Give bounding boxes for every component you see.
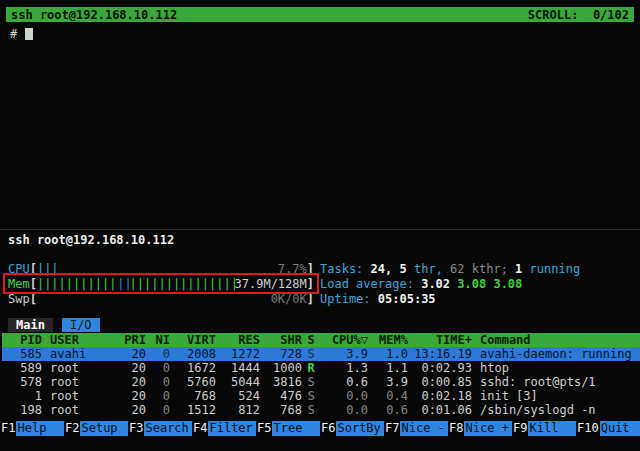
column-header-res[interactable]: RES bbox=[216, 333, 260, 347]
cell-mem: 0.6 bbox=[368, 403, 408, 417]
fkey-setup[interactable]: F2Setup bbox=[64, 421, 128, 436]
process-row[interactable]: 1 root 20 0 768 524 476 S 0.0 0.4 0:02.1… bbox=[2, 389, 640, 403]
bracket-open: [ bbox=[30, 292, 37, 306]
column-header-mem[interactable]: MEM% bbox=[368, 333, 408, 347]
cell-command: /sbin/syslogd -n bbox=[472, 403, 640, 417]
bottom-pane-title: ssh root@192.168.10.112 bbox=[8, 233, 174, 247]
cell-ni: 0 bbox=[146, 375, 170, 389]
cpu-meter-ticks: ||| bbox=[37, 262, 59, 276]
process-row[interactable]: 578 root 20 0 5760 5044 3816 S 0.6 3.9 0… bbox=[2, 375, 640, 389]
column-header-virt[interactable]: VIRT bbox=[170, 333, 216, 347]
cell-virt: 2008 bbox=[170, 347, 216, 361]
cell-state: S bbox=[302, 403, 320, 417]
column-header-pid[interactable]: PID bbox=[2, 333, 42, 347]
cell-shr: 728 bbox=[260, 347, 302, 361]
bracket-open: [ bbox=[30, 277, 37, 291]
fkey-nice-minus[interactable]: F7Nice - bbox=[384, 421, 448, 436]
fkey-label: Help bbox=[16, 421, 64, 436]
cell-pid: 1 bbox=[2, 389, 42, 403]
cell-state: R bbox=[302, 361, 320, 375]
fkey-tree[interactable]: F5Tree bbox=[256, 421, 320, 436]
fkey-label: Quit bbox=[600, 421, 640, 436]
cell-cpu: 3.9 bbox=[320, 347, 368, 361]
fkey-label: SortBy bbox=[336, 421, 384, 436]
column-header-pri[interactable]: PRI bbox=[116, 333, 146, 347]
process-table-header: PID USER PRI NI VIRT RES SHR S CPU%▽ MEM… bbox=[2, 333, 640, 347]
prompt-symbol: # bbox=[10, 27, 17, 41]
cell-virt: 768 bbox=[170, 389, 216, 403]
column-header-ni[interactable]: NI bbox=[146, 333, 170, 347]
load-average-label: Load average: bbox=[320, 277, 421, 291]
fkey-number: F1 bbox=[0, 421, 16, 436]
column-header-time[interactable]: TIME+ bbox=[408, 333, 472, 347]
mem-meter-label: Mem bbox=[8, 277, 30, 291]
tab-io[interactable]: I/O bbox=[62, 318, 100, 332]
fkey-kill[interactable]: F9Kill bbox=[512, 421, 576, 436]
tasks-count: 24, bbox=[371, 262, 400, 276]
fkey-number: F3 bbox=[128, 421, 144, 436]
load-average: Load average: 3.02 3.08 3.08 bbox=[320, 277, 522, 291]
scroll-indicator: SCROLL: 0/102 bbox=[528, 8, 629, 22]
mem-meter: Mem[||||||||||||||||||||||||||||||||37.9… bbox=[8, 277, 314, 291]
top-pane-title-bar: ssh root@192.168.10.112 SCROLL: 0/102 bbox=[6, 7, 634, 22]
cell-state: S bbox=[302, 347, 320, 361]
load-1min: 3.02 bbox=[421, 277, 457, 291]
bracket-close: ] bbox=[307, 277, 314, 291]
cell-res: 812 bbox=[216, 403, 260, 417]
cell-cpu: 0.0 bbox=[320, 389, 368, 403]
cell-mem: 1.0 bbox=[368, 347, 408, 361]
htop-tab-bar: Main I/O bbox=[8, 318, 100, 332]
cell-mem: 0.4 bbox=[368, 389, 408, 403]
cell-time: 0:02.18 bbox=[408, 389, 472, 403]
mem-meter-value: 37.9M/128M bbox=[235, 277, 307, 291]
column-header-state[interactable]: S bbox=[302, 333, 320, 347]
column-header-cpu-sort[interactable]: CPU%▽ bbox=[320, 333, 368, 347]
fkey-number: F8 bbox=[448, 421, 464, 436]
column-header-command[interactable]: Command bbox=[472, 333, 640, 347]
process-row-selected[interactable]: 585 avahi 20 0 2008 1272 728 S 3.9 1.0 1… bbox=[2, 347, 640, 361]
thread-label: thr, bbox=[407, 262, 450, 276]
cell-cpu: 0.6 bbox=[320, 375, 368, 389]
column-header-shr[interactable]: SHR bbox=[260, 333, 302, 347]
cell-time: 13:16.19 bbox=[408, 347, 472, 361]
fkey-sortby[interactable]: F6SortBy bbox=[320, 421, 384, 436]
terminal-window: ssh root@192.168.10.112 SCROLL: 0/102 # … bbox=[0, 0, 640, 451]
cell-shr: 768 bbox=[260, 403, 302, 417]
fkey-number: F7 bbox=[384, 421, 400, 436]
cell-shr: 1000 bbox=[260, 361, 302, 375]
fkey-search[interactable]: F3Search bbox=[128, 421, 192, 436]
shell-prompt[interactable]: # bbox=[10, 27, 33, 41]
cell-virt: 1672 bbox=[170, 361, 216, 375]
top-pane-title: ssh root@192.168.10.112 bbox=[11, 8, 177, 22]
fkey-number: F5 bbox=[256, 421, 272, 436]
swap-meter-label: Swp bbox=[8, 292, 30, 306]
fkey-filter[interactable]: F4Filter bbox=[192, 421, 256, 436]
cell-virt: 5760 bbox=[170, 375, 216, 389]
cell-time: 0:00.85 bbox=[408, 375, 472, 389]
cell-ni: 0 bbox=[146, 347, 170, 361]
cell-res: 1272 bbox=[216, 347, 260, 361]
process-row[interactable]: 198 root 20 0 1512 812 768 S 0.0 0.6 0:0… bbox=[2, 403, 640, 417]
thread-count: 5 bbox=[399, 262, 406, 276]
swap-meter: Swp[0K/0K] bbox=[8, 292, 314, 306]
column-header-user[interactable]: USER bbox=[42, 333, 116, 347]
cell-pid: 198 bbox=[2, 403, 42, 417]
cell-mem: 3.9 bbox=[368, 375, 408, 389]
fkey-label: Search bbox=[144, 421, 192, 436]
process-row[interactable]: 589 root 20 0 1672 1444 1000 R 1.3 1.1 0… bbox=[2, 361, 640, 375]
fkey-label: Nice - bbox=[400, 421, 448, 436]
cell-shr: 3816 bbox=[260, 375, 302, 389]
tab-main[interactable]: Main bbox=[8, 318, 53, 332]
fkey-number: F10 bbox=[576, 421, 600, 436]
cell-time: 0:01.06 bbox=[408, 403, 472, 417]
cell-command: htop bbox=[472, 361, 640, 375]
cell-ni: 0 bbox=[146, 361, 170, 375]
cell-user: root bbox=[42, 403, 116, 417]
cell-pid: 589 bbox=[2, 361, 42, 375]
scroll-label: SCROLL: bbox=[528, 8, 593, 22]
fkey-quit[interactable]: F10Quit bbox=[576, 421, 640, 436]
cell-user: root bbox=[42, 375, 116, 389]
fkey-nice-plus[interactable]: F8Nice + bbox=[448, 421, 512, 436]
cell-pid: 578 bbox=[2, 375, 42, 389]
fkey-help[interactable]: F1Help bbox=[0, 421, 64, 436]
